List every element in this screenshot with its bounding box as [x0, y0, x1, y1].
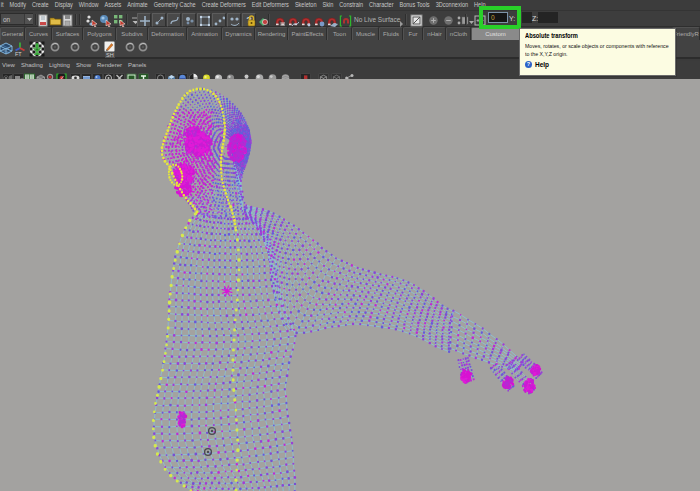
menu-window[interactable]: Window: [76, 0, 102, 10]
camera-attributes-icon[interactable]: [13, 69, 24, 79]
shelf-character-icon[interactable]: [29, 41, 46, 58]
textured-icon[interactable]: [177, 69, 188, 79]
shelf-tab-painteffects[interactable]: PaintEffects: [288, 27, 327, 40]
snap-view-plane-icon[interactable]: [325, 13, 338, 26]
shelf-tab-curves[interactable]: Curves: [25, 27, 52, 40]
shelf-tab-animation[interactable]: Animation: [187, 27, 222, 40]
safe-title-icon[interactable]: [138, 69, 149, 79]
menu-modify[interactable]: Modify: [7, 0, 29, 10]
menu-create[interactable]: Create: [29, 0, 52, 10]
menu-edit-deformers[interactable]: Edit Deformers: [249, 0, 292, 10]
live-surface-field[interactable]: No Live Surface: [354, 14, 400, 25]
xray-icon[interactable]: [241, 69, 252, 79]
panel-menu-shading[interactable]: Shading: [18, 61, 46, 69]
menu-set-arrow[interactable]: [24, 14, 33, 24]
highlight-selection-icon[interactable]: [257, 13, 270, 26]
shelf-tab-subdivs[interactable]: Subdivs: [116, 27, 148, 40]
mask-rendering-button[interactable]: [227, 13, 241, 27]
resolution-gate-icon[interactable]: [92, 69, 103, 79]
menu-bonus-tools[interactable]: Bonus Tools: [396, 0, 432, 10]
shelf-tab-nhair[interactable]: nHair: [423, 27, 446, 40]
view-cube-icon[interactable]: [318, 69, 329, 79]
menu-set-dropdown[interactable]: on: [0, 13, 33, 25]
separator: [465, 14, 467, 25]
use-all-lights-icon[interactable]: [188, 69, 199, 79]
panel-menu-panels[interactable]: Panels: [125, 61, 149, 69]
wireframe-icon[interactable]: [155, 69, 166, 79]
gamma-icon[interactable]: [300, 69, 311, 79]
mask-deformations-button[interactable]: [197, 13, 211, 27]
shelf-tab-fluids[interactable]: Fluids: [379, 27, 403, 40]
panel-menu-show[interactable]: Show: [73, 61, 94, 69]
menu-3dconnexion[interactable]: 3Dconnexion: [433, 0, 471, 10]
menu-geometry-cache[interactable]: Geometry Cache: [151, 0, 199, 10]
menu-assets[interactable]: Assets: [102, 0, 125, 10]
construction-history-on-icon[interactable]: [427, 13, 440, 26]
snap-grid-icon[interactable]: [273, 13, 286, 26]
transform-z-input[interactable]: [538, 12, 558, 23]
shelf-mel-script-2-icon[interactable]: [69, 41, 86, 58]
film-gate-icon[interactable]: [81, 69, 92, 79]
menu-skin[interactable]: Skin: [320, 0, 337, 10]
shelf-tab-deformation[interactable]: Deformation: [148, 27, 187, 40]
shelf-tab-dynamics[interactable]: Dynamics: [222, 27, 255, 40]
make-live-icon[interactable]: [339, 13, 352, 26]
panel-menu-renderer[interactable]: Renderer: [94, 61, 125, 69]
shelf-mel-script-5-icon[interactable]: [137, 41, 154, 58]
mask-curves-button[interactable]: [167, 13, 181, 27]
gate-mask-icon[interactable]: [103, 69, 114, 79]
exposure-icon[interactable]: [280, 69, 291, 79]
mask-handles-button[interactable]: [137, 13, 151, 27]
shelf-tab-ncloth[interactable]: nCloth: [446, 27, 471, 40]
construction-history-off-icon[interactable]: [442, 13, 455, 26]
viewport[interactable]: [0, 79, 700, 491]
select-object-icon[interactable]: [99, 13, 112, 26]
menu-create-deformers[interactable]: Create Deformers: [199, 0, 249, 10]
shelf-tab-fur[interactable]: Fur: [403, 27, 423, 40]
xray-joints-icon[interactable]: [254, 69, 265, 79]
share-view-icon[interactable]: [344, 69, 355, 79]
input-operations-icon[interactable]: [410, 13, 423, 26]
panel-menu-view[interactable]: View: [0, 61, 18, 69]
menu-character[interactable]: Character: [366, 0, 396, 10]
menu-skeleton[interactable]: Skeleton: [292, 0, 320, 10]
mask-dynamics-button[interactable]: [212, 13, 226, 27]
shelf-tab-muscle[interactable]: Muscle: [352, 27, 379, 40]
mask-joints-button[interactable]: [152, 13, 166, 27]
shelf-mel-script-1-icon[interactable]: [49, 41, 66, 58]
shadows-icon[interactable]: [201, 69, 212, 79]
motion-blur-icon[interactable]: [225, 69, 236, 79]
xray-active-icon[interactable]: [267, 69, 278, 79]
isolate-select-icon[interactable]: [56, 69, 67, 79]
grease-pencil-icon[interactable]: [70, 69, 81, 79]
shelf-tab-general[interactable]: General: [0, 27, 25, 40]
panel-menu-lighting[interactable]: Lighting: [46, 61, 73, 69]
multi-view-icon[interactable]: [331, 69, 342, 79]
image-plane-icon[interactable]: [35, 69, 46, 79]
menu-it[interactable]: it: [0, 0, 7, 10]
field-chart-icon[interactable]: [114, 69, 125, 79]
shelf-sh-script-icon[interactable]: SH: [104, 41, 121, 58]
shelf-tab-toon[interactable]: Toon: [327, 27, 352, 40]
select-camera-icon[interactable]: [2, 69, 13, 79]
transform-y-input[interactable]: [522, 12, 532, 23]
menu-constrain[interactable]: Constrain: [336, 0, 366, 10]
snap-curve-icon[interactable]: [286, 13, 299, 26]
mask-surfaces-button[interactable]: [182, 13, 196, 27]
shaded-icon[interactable]: [166, 69, 177, 79]
menu-animate[interactable]: Animate: [124, 0, 150, 10]
snap-point-icon[interactable]: [299, 13, 312, 26]
shelf-tab-surfaces[interactable]: Surfaces: [52, 27, 83, 40]
shelf-tab-friendlyr[interactable]: FriendlyR: [672, 27, 700, 40]
help-link[interactable]: Help: [535, 61, 549, 68]
bookmark-icon[interactable]: [24, 69, 35, 79]
select-hierarchy-icon[interactable]: [85, 13, 98, 26]
menu-display[interactable]: Display: [52, 0, 76, 10]
shelf-tab-rendering[interactable]: Rendering: [255, 27, 288, 40]
snap-projected-center-icon[interactable]: [312, 13, 325, 26]
screen-space-ao-icon[interactable]: [213, 69, 224, 79]
shelf-tab-polygons[interactable]: Polygons: [83, 27, 116, 40]
save-scene-icon[interactable]: [61, 13, 74, 26]
safe-action-icon[interactable]: [126, 69, 137, 79]
select-component-icon[interactable]: [113, 13, 126, 26]
